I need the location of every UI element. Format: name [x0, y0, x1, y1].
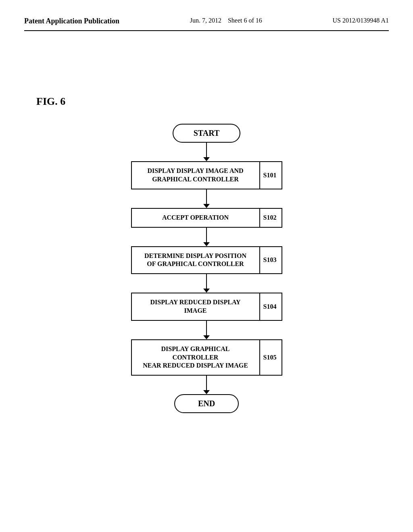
line-4 [206, 274, 207, 289]
header-patent-number: US 2012/0139948 A1 [332, 16, 389, 25]
page-header: Patent Application Publication Jun. 7, 2… [24, 16, 389, 31]
connector-3 [203, 228, 210, 246]
connector-6 [203, 376, 210, 394]
arrow-5 [203, 335, 210, 339]
connector-5 [203, 321, 210, 339]
step-s101-box: DISPLAY DISPLAY IMAGE ANDGRAPHICAL CONTR… [131, 161, 260, 189]
arrow-2 [203, 204, 210, 208]
step-s101-label: S101 [260, 161, 282, 189]
line-1 [206, 143, 207, 157]
arrow-3 [203, 242, 210, 246]
step-s103-label: S103 [260, 246, 282, 274]
step-s102-box: ACCEPT OPERATION [131, 208, 260, 228]
connector-2 [203, 189, 210, 208]
flowchart: START DISPLAY DISPLAY IMAGE ANDGRAPHICAL… [24, 124, 389, 413]
step-s103-box: DETERMINE DISPLAY POSITIONOF GRAPHICAL C… [131, 246, 260, 274]
step-s102-label: S102 [260, 208, 282, 228]
header-sheet: Sheet 6 of 16 [228, 17, 262, 24]
line-2 [206, 189, 207, 204]
line-6 [206, 376, 207, 390]
step-s104-label: S104 [260, 293, 282, 321]
step-s105-box: DISPLAY GRAPHICAL CONTROLLERNEAR REDUCED… [131, 339, 260, 376]
step-s104-box: DISPLAY REDUCED DISPLAY IMAGE [131, 293, 260, 321]
figure-label: FIG. 6 [36, 96, 389, 108]
line-3 [206, 228, 207, 242]
step-s101-wrapper: DISPLAY DISPLAY IMAGE ANDGRAPHICAL CONTR… [131, 161, 282, 189]
step-s103-wrapper: DETERMINE DISPLAY POSITIONOF GRAPHICAL C… [131, 246, 282, 274]
connector-4 [203, 274, 210, 293]
start-node: START [173, 124, 241, 143]
header-publication-label: Patent Application Publication [24, 16, 119, 26]
arrow-4 [203, 289, 210, 293]
header-date-sheet: Jun. 7, 2012 Sheet 6 of 16 [190, 16, 262, 25]
connector-1 [203, 143, 210, 161]
end-node: END [174, 394, 239, 413]
step-s105-wrapper: DISPLAY GRAPHICAL CONTROLLERNEAR REDUCED… [131, 339, 282, 376]
header-date: Jun. 7, 2012 [190, 17, 221, 24]
step-s102-wrapper: ACCEPT OPERATION S102 [131, 208, 282, 228]
arrow-6 [203, 390, 210, 394]
step-s104-wrapper: DISPLAY REDUCED DISPLAY IMAGE S104 [131, 293, 282, 321]
line-5 [206, 321, 207, 335]
patent-page: Patent Application Publication Jun. 7, 2… [0, 0, 413, 532]
arrow-1 [203, 157, 210, 161]
step-s105-label: S105 [260, 339, 282, 376]
